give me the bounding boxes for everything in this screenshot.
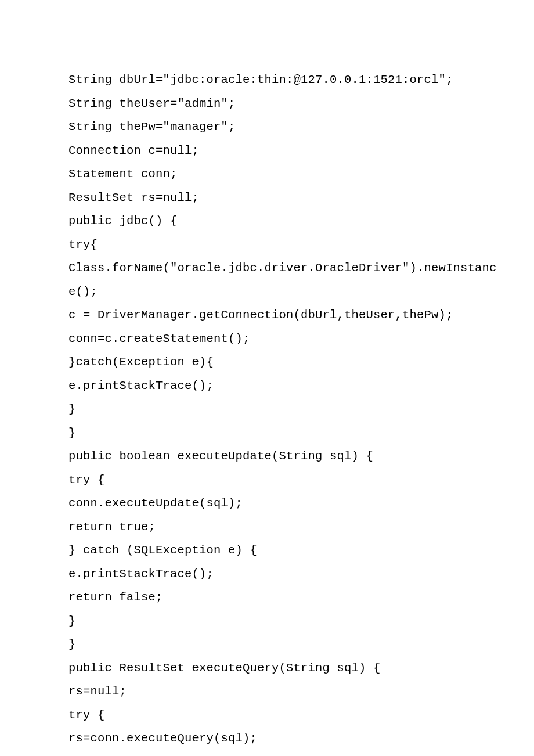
code-line: e.printStackTrace(); (68, 375, 476, 398)
code-line: public boolean executeUpdate(String sql)… (68, 445, 476, 469)
code-line: String thePw="manager"; (68, 116, 476, 139)
code-line: rs=null; (68, 680, 476, 704)
document-page: String dbUrl="jdbc:oracle:thin:@127.0.0.… (0, 0, 534, 756)
code-line: Class.forName("oracle.jdbc.driver.Oracle… (68, 257, 476, 280)
code-line: } (68, 610, 476, 633)
code-line: try{ (68, 233, 476, 257)
code-line: e(); (68, 280, 476, 304)
code-line: conn.executeUpdate(sql); (68, 492, 476, 516)
code-line: return false; (68, 586, 476, 610)
code-line: c = DriverManager.getConnection(dbUrl,th… (68, 304, 476, 327)
code-line: rs=conn.executeQuery(sql); (68, 727, 476, 751)
code-line: try { (68, 704, 476, 728)
code-line: public ResultSet executeQuery(String sql… (68, 657, 476, 681)
code-line: public jdbc() { (68, 210, 476, 233)
code-line: e.printStackTrace(); (68, 563, 476, 586)
code-line: return true; (68, 516, 476, 539)
code-line: ResultSet rs=null; (68, 186, 476, 210)
code-line: Statement conn; (68, 163, 476, 186)
code-line: String theUser="admin"; (68, 92, 476, 116)
code-line: } (68, 422, 476, 445)
code-line: conn=c.createStatement(); (68, 327, 476, 351)
code-line: } (68, 633, 476, 657)
code-line: }catch(Exception e){ (68, 351, 476, 375)
code-line: } catch (SQLException e) { (68, 539, 476, 563)
code-line: String dbUrl="jdbc:oracle:thin:@127.0.0.… (68, 69, 476, 92)
code-line: } catch (SQLException e) { (68, 751, 476, 757)
code-line: try { (68, 469, 476, 492)
code-line: } (68, 398, 476, 422)
code-line: Connection c=null; (68, 139, 476, 163)
